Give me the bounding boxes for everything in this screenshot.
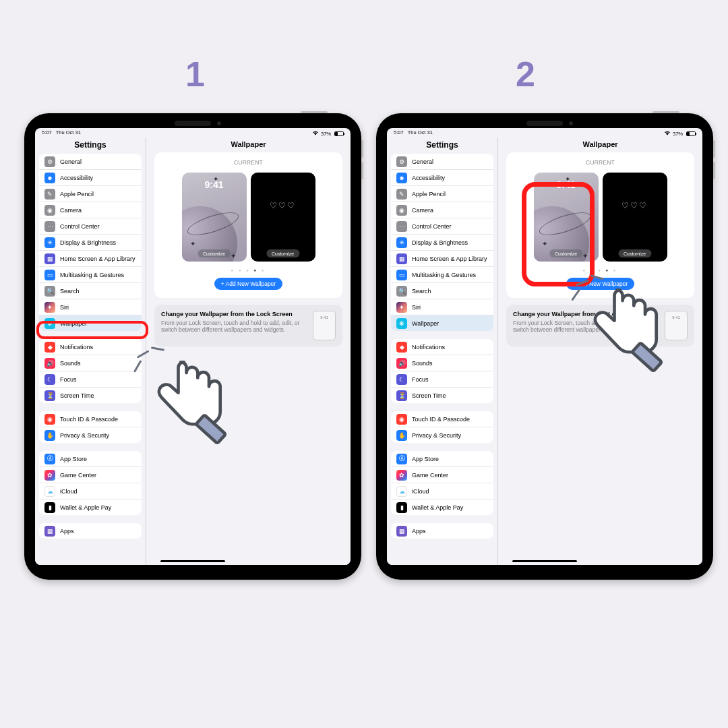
sidebar-item-label: Wallet & Apple Pay <box>60 504 111 511</box>
home-indicator[interactable] <box>160 560 225 563</box>
homescreen-preview[interactable]: ♡♡♡ Customize <box>603 173 667 262</box>
page-dots: ● ● ● ● ● <box>161 268 336 272</box>
homescreen-preview[interactable]: ♡♡♡ Customize <box>251 173 315 262</box>
sidebar-item-appstore[interactable]: ⒶApp Store <box>39 451 142 466</box>
sidebar-item-general[interactable]: ⚙General <box>391 154 493 169</box>
sidebar-group-3: ◉Touch ID & Passcode ✋Privacy & Security <box>391 411 493 443</box>
sidebar-item-label: Camera <box>60 207 82 214</box>
lockscreen-preview[interactable]: ✦ ✦ ✦ 9:41 Customize <box>534 173 599 262</box>
sidebar-item-pencil[interactable]: ✎Apple Pencil <box>391 185 493 202</box>
sidebar-item-display[interactable]: ☀Display & Brightness <box>39 234 142 250</box>
sparkle-icon: ✦ <box>190 240 195 247</box>
sidebar-item-focus[interactable]: ☾Focus <box>391 371 493 387</box>
battery-pct: 37% <box>321 131 331 137</box>
tip-text: Change your Wallpaper from the Lock Scre… <box>513 311 658 340</box>
sidebar-item-siri[interactable]: ✦Siri <box>39 299 142 315</box>
sidebar-item-camera[interactable]: ◉Camera <box>391 202 493 218</box>
sidebar-item-label: App Store <box>412 456 439 462</box>
wifi-icon <box>664 130 671 137</box>
sidebar-item-privacy[interactable]: ✋Privacy & Security <box>39 427 142 443</box>
sidebar-item-focus[interactable]: ☾Focus <box>39 371 142 387</box>
hand-icon: ✋ <box>44 430 55 441</box>
sidebar-item-label: Touch ID & Passcode <box>412 416 470 423</box>
sidebar-item-search[interactable]: 🔍Search <box>39 282 142 299</box>
gear-icon: ⚙ <box>44 156 55 167</box>
sidebar-item-accessibility[interactable]: ☻Accessibility <box>391 169 493 185</box>
sidebar-item-camera[interactable]: ◉Camera <box>39 202 142 218</box>
preview-time: 9:41 <box>534 179 599 190</box>
sidebar-group-4: ⒶApp Store ✿Game Center ☁iCloud ▮Wallet … <box>39 451 142 515</box>
hand-icon: ✋ <box>396 430 407 441</box>
sidebar-item-icloud[interactable]: ☁iCloud <box>391 483 493 499</box>
status-time: 5:07 <box>42 129 52 135</box>
sidebar-group-4: ⒶApp Store ✿Game Center ☁iCloud ▮Wallet … <box>391 451 493 515</box>
lockscreen-preview[interactable]: ✦ ✦ ✦ 9:41 Customize <box>182 173 247 262</box>
sidebar-item-label: Wallpaper <box>412 320 439 327</box>
home-indicator[interactable] <box>512 560 577 563</box>
sidebar-item-notifications[interactable]: ◆Notifications <box>39 339 142 355</box>
sidebar-item-apps[interactable]: ▦Apps <box>39 523 142 539</box>
content-title: Wallpaper <box>146 138 351 152</box>
sidebar-group-1: ⚙General ☻Accessibility ✎Apple Pencil ◉C… <box>39 154 142 331</box>
sidebar-item-label: Display & Brightness <box>412 239 468 246</box>
current-wallpaper-card: CURRENT ✦ ✦ ✦ 9:41 Customize <box>506 152 694 298</box>
sidebar-item-gamecenter[interactable]: ✿Game Center <box>391 466 493 483</box>
sidebar-item-label: Apps <box>412 528 426 535</box>
sidebar-item-label: Screen Time <box>60 392 94 399</box>
sidebar-item-label: Privacy & Security <box>60 432 109 439</box>
sidebar-item-pencil[interactable]: ✎Apple Pencil <box>39 185 142 202</box>
sidebar-item-touchid[interactable]: ◉Touch ID & Passcode <box>391 411 493 427</box>
sidebar-item-screen-time[interactable]: ⏳Screen Time <box>391 387 493 403</box>
sidebar-title: Settings <box>35 138 146 154</box>
sidebar-item-wallet[interactable]: ▮Wallet & Apple Pay <box>39 499 142 515</box>
sidebar-item-label: Game Center <box>60 472 96 479</box>
sidebar-item-sounds[interactable]: 🔊Sounds <box>391 355 493 371</box>
sidebar-item-home-screen[interactable]: ▦Home Screen & App Library <box>39 250 142 266</box>
sidebar-item-label: Game Center <box>412 472 448 479</box>
moon-icon: ☾ <box>396 374 407 385</box>
sidebar-item-control-center[interactable]: ⋯Control Center <box>391 218 493 234</box>
sidebar-item-icloud[interactable]: ☁iCloud <box>39 483 142 499</box>
current-wallpaper-card: CURRENT ✦ ✦ ✦ 9:41 Customize <box>154 152 342 298</box>
customize-button-home[interactable]: Customize <box>266 249 299 257</box>
add-new-wallpaper-button[interactable]: + Add New Wallpaper <box>214 278 283 290</box>
sidebar-item-label: iCloud <box>60 488 78 495</box>
sidebar-item-gamecenter[interactable]: ✿Game Center <box>39 466 142 483</box>
sidebar-item-multitasking[interactable]: ▭Multitasking & Gestures <box>391 266 493 282</box>
sidebar-item-privacy[interactable]: ✋Privacy & Security <box>391 427 493 443</box>
sidebar-item-home-screen[interactable]: ▦Home Screen & App Library <box>391 250 493 266</box>
sidebar-item-appstore[interactable]: ⒶApp Store <box>391 451 493 466</box>
battery-pct: 37% <box>673 131 683 137</box>
status-left: 5:07 Thu Oct 31 <box>394 129 433 138</box>
sidebar-group-3: ◉Touch ID & Passcode ✋Privacy & Security <box>39 411 142 443</box>
gamecenter-icon: ✿ <box>396 470 407 481</box>
sidebar-item-wallpaper[interactable]: ❋Wallpaper <box>39 315 142 331</box>
customize-button-lock[interactable]: Customize <box>549 249 582 257</box>
sidebar-item-label: Sounds <box>60 360 81 367</box>
sidebar-group-5: ▦Apps <box>39 523 142 539</box>
sidebar-item-display[interactable]: ☀Display & Brightness <box>391 234 493 250</box>
sidebar-item-accessibility[interactable]: ☻Accessibility <box>39 169 142 185</box>
sidebar-item-apps[interactable]: ▦Apps <box>391 523 493 539</box>
customize-button-home[interactable]: Customize <box>618 249 651 257</box>
sidebar-item-control-center[interactable]: ⋯Control Center <box>39 218 142 234</box>
wallpaper-previews: ✦ ✦ ✦ 9:41 Customize ♡♡♡ Customize <box>161 173 336 262</box>
tip-thumbnail <box>665 311 688 340</box>
sidebar-item-wallet[interactable]: ▮Wallet & Apple Pay <box>391 499 493 515</box>
sidebar-item-search[interactable]: 🔍Search <box>391 282 493 299</box>
customize-button-lock[interactable]: Customize <box>198 249 231 257</box>
sidebar-item-multitasking[interactable]: ▭Multitasking & Gestures <box>39 266 142 282</box>
status-bar: 5:07 Thu Oct 31 37% <box>35 128 351 138</box>
sidebar-item-touchid[interactable]: ◉Touch ID & Passcode <box>39 411 142 427</box>
ipad-frame: 5:07 Thu Oct 31 37% Settings ⚙Gen <box>376 113 713 580</box>
sidebar-item-siri[interactable]: ✦Siri <box>391 299 493 315</box>
wallpaper-detail-pane: Wallpaper CURRENT ✦ ✦ ✦ 9:41 Custom <box>498 138 702 565</box>
sidebar-item-sounds[interactable]: 🔊Sounds <box>39 355 142 371</box>
sidebar-item-screen-time[interactable]: ⏳Screen Time <box>39 387 142 403</box>
sidebar-item-label: Search <box>412 288 431 295</box>
sidebar-item-notifications[interactable]: ◆Notifications <box>391 339 493 355</box>
screen: 5:07 Thu Oct 31 37% Settings ⚙Gen <box>387 128 702 565</box>
sidebar-item-wallpaper[interactable]: ❋Wallpaper <box>391 315 493 331</box>
multitask-icon: ▭ <box>396 270 407 280</box>
sidebar-item-general[interactable]: ⚙General <box>39 154 142 169</box>
